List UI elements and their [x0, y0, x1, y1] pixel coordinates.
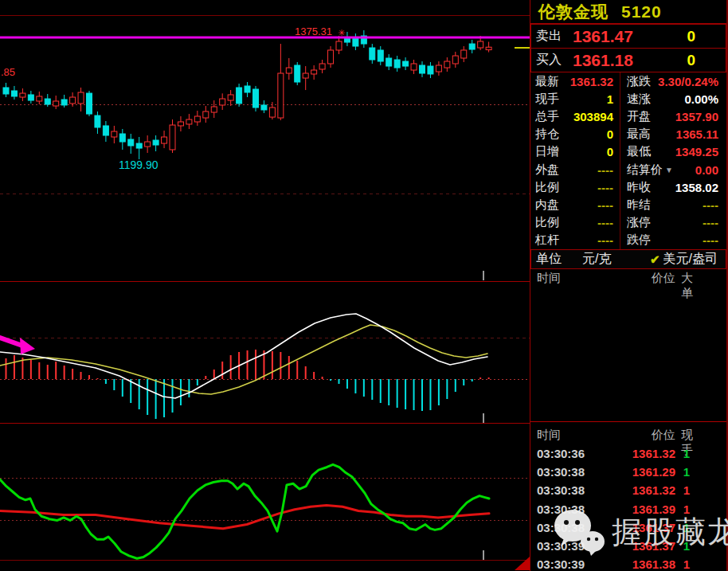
- quote-grid-row: 持仓0最高1365.11: [530, 126, 726, 143]
- field-label: 昨结: [620, 198, 651, 213]
- quote-grid-row: 外盘----结算价▼0.00: [530, 161, 726, 178]
- low-price-label: 1199.90: [119, 158, 159, 171]
- field-value: 3.30/0.24%: [658, 75, 726, 88]
- tick-volume: 1: [675, 503, 726, 516]
- tick-time: 03:30:38: [530, 483, 607, 497]
- field-value: ----: [703, 198, 726, 212]
- field-label: 比例: [530, 180, 559, 195]
- field-label: 跌停: [620, 233, 651, 248]
- tick-volume: 1: [675, 465, 726, 479]
- field-label: 开盘: [620, 109, 651, 124]
- tick-price: 1361.32: [607, 447, 675, 460]
- quote-panel: 伦敦金现5120 卖出 1361.47 0 买入 1361.18 0 最新136…: [530, 0, 728, 571]
- quote-grid-row: 最新1361.32涨跌3.30/0.24%: [530, 72, 726, 90]
- tick-volume: 1: [675, 447, 726, 460]
- field-value: 1349.25: [675, 145, 726, 158]
- price-chart[interactable]: 1375.31✳.851199.90: [0, 0, 530, 571]
- field-label: 最低: [620, 144, 651, 159]
- field-label: 涨跌: [620, 74, 651, 89]
- unit-option-usd-ounce[interactable]: 美元/盎司: [663, 251, 726, 268]
- tick-price: 1361.37: [607, 539, 675, 553]
- quote-grid-row: 比例----昨收1358.02: [530, 178, 726, 196]
- sell-label: 卖出: [531, 28, 562, 45]
- tick-volume: 1: [675, 557, 726, 571]
- quote-grid-row: 比例----涨停----: [530, 214, 726, 232]
- tick-volume: 1: [675, 539, 726, 553]
- field-value: ----: [597, 181, 620, 194]
- tick-price: 1361.32: [607, 483, 675, 497]
- field-value: 1361.32: [570, 75, 620, 88]
- field-value: 1357.90: [675, 110, 726, 123]
- ticks-table: 03:30:361361.32103:30:381361.29103:30:38…: [530, 444, 726, 571]
- tick-row: 03:30:391361.371: [530, 537, 726, 555]
- tick-row: 03:30:381361.321: [530, 481, 726, 499]
- sell-qty: 0: [687, 28, 695, 45]
- field-value: 1365.11: [676, 127, 726, 141]
- field-label: 昨收: [620, 180, 651, 195]
- buy-qty: 0: [687, 52, 695, 69]
- field-value: ----: [703, 233, 726, 247]
- tick-volume: 1: [675, 483, 726, 497]
- quote-grid-row: 现手1速涨0.00%: [530, 90, 726, 108]
- field-label: 最高: [620, 127, 651, 142]
- tick-time: 03:30:38: [530, 503, 607, 516]
- tick-volume: 1: [675, 521, 726, 534]
- field-label: 外盘: [530, 162, 559, 178]
- tick-time: 03:30:39: [530, 539, 607, 553]
- settlement-dropdown-icon[interactable]: ▼: [665, 166, 673, 174]
- field-label: 比例: [530, 215, 559, 230]
- tick-row: 03:30:361361.321: [530, 444, 726, 463]
- unit-label: 单位: [531, 251, 562, 268]
- tick-price: 1361.29: [607, 465, 675, 479]
- oscillator-pane: [0, 464, 489, 558]
- field-label: 持仓: [530, 127, 559, 142]
- field-value: 0: [607, 127, 620, 141]
- divider: [530, 421, 726, 422]
- field-value: ----: [597, 198, 620, 212]
- sell-price: 1361.47: [573, 27, 633, 46]
- field-label: 总手: [530, 109, 559, 124]
- sell-row[interactable]: 卖出 1361.47 0: [530, 24, 726, 49]
- orders-table: [530, 287, 726, 420]
- unit-option-yuan-gram[interactable]: 元/克: [582, 251, 611, 268]
- field-label: 最新: [530, 74, 559, 89]
- tick-row: 03:30:381361.391: [530, 500, 726, 518]
- instrument-code: 5120: [621, 2, 662, 21]
- instrument-title: 伦敦金现5120: [530, 0, 726, 24]
- quote-grid-row: 总手303894开盘1357.90: [530, 108, 726, 125]
- check-icon: ✔: [650, 252, 660, 267]
- buy-price: 1361.18: [573, 51, 633, 70]
- buy-row[interactable]: 买入 1361.18 0: [530, 48, 726, 72]
- svg-text:✳: ✳: [338, 28, 345, 37]
- macd-pane: [0, 314, 489, 419]
- tick-time: 03:30:38: [530, 465, 607, 479]
- field-value: ----: [597, 163, 620, 177]
- field-label: 内盘: [530, 198, 559, 213]
- field-label: 涨停: [620, 215, 651, 230]
- field-label: 速涨: [620, 92, 651, 107]
- tick-row: 03:30:381361.291: [530, 463, 726, 481]
- tick-time: 03:30:39: [530, 557, 607, 571]
- left-price-label: .85: [1, 66, 15, 78]
- field-value: 303894: [573, 110, 620, 123]
- tick-row: 03:30:381361.371: [530, 518, 726, 537]
- field-value: 0.00%: [684, 92, 726, 106]
- tick-time: 03:30:36: [530, 447, 607, 460]
- unit-row: 单位 元/克 ✔ 美元/盎司: [530, 249, 726, 269]
- field-value: 1358.02: [675, 181, 726, 194]
- quote-grid-row: 日增0最低1349.25: [530, 143, 726, 161]
- candlestick-pane: [3, 30, 491, 159]
- high-line-label: 1375.31: [295, 25, 332, 37]
- quote-grid-row: 内盘----昨结----: [530, 196, 726, 213]
- field-label: 日增: [530, 144, 559, 159]
- quote-grid: 最新1361.32涨跌3.30/0.24%现手1速涨0.00%总手303894开…: [530, 72, 726, 249]
- field-label: 结算价: [620, 162, 663, 178]
- tick-time: 03:30:38: [530, 521, 607, 534]
- quote-grid-row: 杠杆----跌停----: [530, 232, 726, 249]
- field-value: 0: [607, 145, 620, 158]
- buy-label: 买入: [531, 52, 562, 68]
- field-value: 1: [607, 92, 620, 106]
- field-label: 现手: [530, 92, 559, 107]
- field-label: 杠杆: [530, 233, 559, 248]
- instrument-name: 伦敦金现: [538, 2, 609, 21]
